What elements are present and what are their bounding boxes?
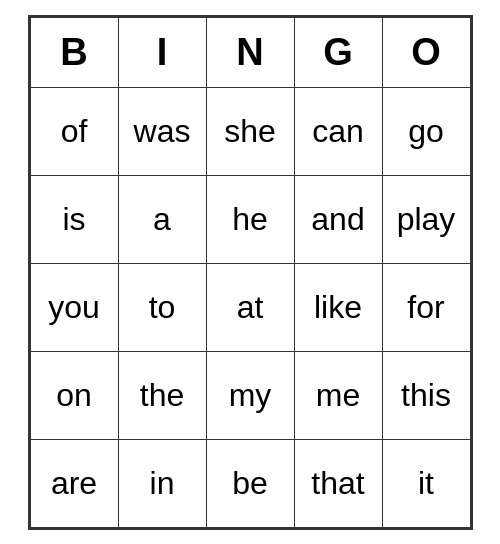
- cell-r2-c0: you: [30, 263, 118, 351]
- cell-r4-c3: that: [294, 439, 382, 527]
- header-cell-o: O: [382, 17, 470, 87]
- bingo-card: BINGO ofwasshecangoisaheandplayyoutoatli…: [28, 15, 473, 530]
- header-cell-g: G: [294, 17, 382, 87]
- cell-r1-c4: play: [382, 175, 470, 263]
- cell-r0-c2: she: [206, 87, 294, 175]
- cell-r0-c3: can: [294, 87, 382, 175]
- bingo-table: BINGO ofwasshecangoisaheandplayyoutoatli…: [30, 17, 471, 528]
- cell-r4-c1: in: [118, 439, 206, 527]
- table-row: youtoatlikefor: [30, 263, 470, 351]
- header-cell-i: I: [118, 17, 206, 87]
- cell-r3-c1: the: [118, 351, 206, 439]
- cell-r4-c4: it: [382, 439, 470, 527]
- cell-r2-c1: to: [118, 263, 206, 351]
- cell-r1-c1: a: [118, 175, 206, 263]
- table-row: onthemymethis: [30, 351, 470, 439]
- header-row: BINGO: [30, 17, 470, 87]
- cell-r4-c0: are: [30, 439, 118, 527]
- cell-r2-c4: for: [382, 263, 470, 351]
- cell-r2-c2: at: [206, 263, 294, 351]
- table-row: isaheandplay: [30, 175, 470, 263]
- table-row: ofwasshecango: [30, 87, 470, 175]
- header-cell-n: N: [206, 17, 294, 87]
- cell-r1-c3: and: [294, 175, 382, 263]
- cell-r1-c2: he: [206, 175, 294, 263]
- cell-r3-c0: on: [30, 351, 118, 439]
- cell-r3-c4: this: [382, 351, 470, 439]
- cell-r1-c0: is: [30, 175, 118, 263]
- cell-r3-c2: my: [206, 351, 294, 439]
- header-cell-b: B: [30, 17, 118, 87]
- cell-r2-c3: like: [294, 263, 382, 351]
- cell-r4-c2: be: [206, 439, 294, 527]
- table-row: areinbethatit: [30, 439, 470, 527]
- cell-r0-c4: go: [382, 87, 470, 175]
- cell-r0-c1: was: [118, 87, 206, 175]
- cell-r3-c3: me: [294, 351, 382, 439]
- cell-r0-c0: of: [30, 87, 118, 175]
